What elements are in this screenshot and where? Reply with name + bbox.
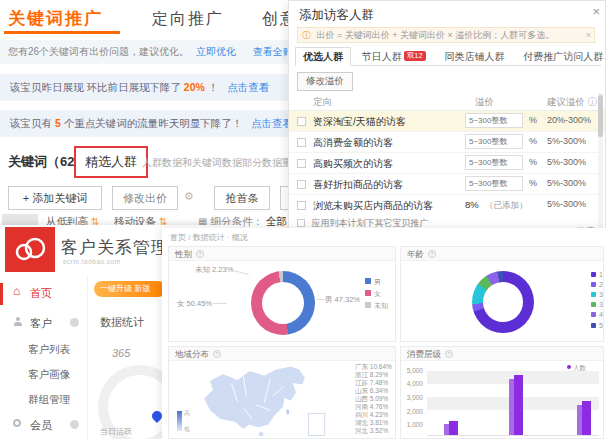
breadcrumb: 首页 / 数据统计 · 概况	[170, 232, 248, 243]
modify-premium-button[interactable]: 修改溢价	[297, 72, 353, 91]
region-pct: 7.48%	[370, 379, 388, 386]
legend-item-female[interactable]: 女	[365, 289, 381, 299]
region-pct: 4.23%	[370, 411, 388, 418]
legend-swatch	[591, 292, 596, 297]
sidebar-item-members[interactable]: 会员	[30, 418, 52, 433]
sidebar-item-customer-list[interactable]: 客户列表	[28, 343, 70, 357]
tab-keyword-promotion[interactable]: 关键词推广	[8, 7, 103, 30]
notice-text-post: ！	[208, 81, 219, 93]
crm-stats-label[interactable]: 数据统计	[100, 315, 144, 330]
sidebar-item-customer-profile[interactable]: 客户画像	[28, 368, 70, 382]
donut-hole	[483, 282, 523, 322]
row-checkbox[interactable]	[297, 138, 306, 147]
table-row: 喜好折扣商品的访客 % 5%-300%	[289, 174, 605, 195]
y-axis-tick: 3,000	[401, 394, 423, 401]
region-list-item: 河北 3.52%	[355, 427, 388, 436]
hainan-island	[258, 431, 263, 436]
region-name: 江苏	[355, 379, 368, 386]
click-view-link[interactable]: 点击查看	[227, 81, 269, 93]
legend-item-age[interactable]: 40-49	[591, 311, 604, 318]
tab-targeted-promotion[interactable]: 定向推广	[152, 9, 224, 30]
sidebar-item-customers[interactable]: 客户	[30, 316, 52, 331]
legend-swatch	[567, 365, 571, 369]
tab-paid-traffic-audience[interactable]: 付费推广访问人群	[515, 47, 606, 66]
premium-formula-infobar: ⓘ 出价 = 关键词出价 + 关键词出价 × 溢价比例；人群可多选。 ×	[297, 27, 595, 43]
premium-input[interactable]	[465, 134, 523, 149]
dialog-scrollbar[interactable]	[598, 93, 603, 233]
legend-item-age[interactable]: 25-29	[591, 281, 604, 288]
legend-label: 未知	[374, 302, 388, 309]
tab-preferred-audience[interactable]: 优选人群	[295, 47, 351, 66]
y-axis-tick: 1,000	[401, 421, 423, 428]
info-icon-suggested[interactable]: ⓘ	[588, 96, 598, 107]
scrollbar-thumb[interactable]	[598, 95, 603, 137]
members-collapse-toggle[interactable]	[70, 420, 79, 429]
grab-top-button[interactable]: 抢首条	[214, 186, 270, 210]
premium-input[interactable]	[465, 113, 523, 128]
keyword-traffic-drop-notice: 该宝贝有 5 个重点关键词的流量昨天明显下降了！ 点击查看	[0, 110, 336, 137]
region-name: 山西	[355, 395, 368, 402]
add-keyword-button[interactable]: + 添加关键词	[8, 186, 102, 210]
legend-swatch	[365, 278, 371, 284]
legend-item-age[interactable]: 18-24	[591, 271, 604, 278]
premium-input[interactable]	[465, 176, 523, 191]
legend-label: 50以上	[599, 322, 604, 329]
table-row: 高购买频次的访客 % 5%-300%	[289, 153, 605, 174]
one-click-upgrade-banner[interactable]: 一键升级 新版	[94, 281, 166, 297]
apply-label: 应用到本计划下其它宝贝推广	[312, 218, 429, 228]
row-checkbox[interactable]	[297, 117, 306, 126]
suggested-range: 20%-300%	[547, 115, 591, 125]
help-icon[interactable]: ?	[445, 350, 453, 358]
active-menu-indicator	[0, 283, 3, 305]
column-premium: 溢价	[475, 96, 494, 109]
legend-swatch	[365, 290, 371, 296]
apply-checkbox[interactable]	[297, 219, 305, 227]
region-name: 浙江	[355, 371, 368, 378]
legend-item-male[interactable]: 男	[365, 277, 381, 287]
click-view-link-2[interactable]: 点击查看	[251, 117, 293, 129]
male-slice-label: 男 47.32%	[325, 295, 360, 305]
tab-festival-audience[interactable]: 节日人群双12	[354, 47, 434, 66]
suggested-range: 5%-300%	[547, 157, 586, 167]
audience-rows-viewport: 资深淘宝/天猫的访客 % 20%-300% 高消费金额的访客 % 5%-300%…	[289, 111, 605, 215]
infobar-close-icon[interactable]: ×	[586, 28, 591, 42]
tab-similar-shop-audience[interactable]: 同类店铺人群	[436, 47, 512, 66]
subtab-selected-audience-redbox[interactable]: 精选人群	[74, 146, 148, 178]
female-slice-label: 女 50.45%	[177, 299, 212, 309]
legend-swatch	[591, 323, 596, 328]
scale-low-label: 低	[184, 425, 190, 434]
legend-item-age[interactable]: 50以上	[591, 321, 604, 331]
region-name: 湖北	[355, 419, 368, 426]
row-checkbox[interactable]	[297, 180, 306, 189]
audience-name: 高购买频次的访客	[313, 157, 393, 171]
age-panel-title: 年龄?	[401, 247, 603, 261]
legend-swatch	[591, 282, 596, 287]
drop-percent: 20%	[184, 81, 205, 93]
help-icon[interactable]: ?	[428, 250, 436, 258]
row-checkbox[interactable]	[297, 201, 306, 210]
help-icon[interactable]: ?	[213, 350, 221, 358]
legend-label: 40-49	[599, 311, 604, 318]
legend-item-unknown[interactable]: 未知	[365, 301, 388, 311]
row-checkbox[interactable]	[297, 159, 306, 168]
help-icon[interactable]: ?	[196, 250, 204, 258]
legend-item-age[interactable]: 30-34	[591, 291, 604, 298]
crm-app-title: 客户关系管理	[61, 236, 169, 259]
legend-item-age[interactable]: 35-39	[591, 301, 604, 308]
dialog-close-icon[interactable]: ×	[592, 4, 600, 19]
days-value: 365	[112, 347, 130, 359]
sidebar-item-group-management[interactable]: 群组管理	[28, 393, 70, 407]
optimize-now-link[interactable]: 立即优化	[196, 46, 236, 57]
sidebar-item-home[interactable]: 首页	[30, 286, 52, 301]
premium-input[interactable]	[465, 155, 523, 170]
region-panel-title: 地域分布?	[169, 347, 395, 361]
china-map[interactable]	[197, 363, 349, 437]
gear-icon[interactable]: ⚙	[184, 190, 194, 203]
home-icon: ⌂	[13, 284, 20, 298]
analytics-dashboard-window: 首页 / 数据统计 · 概况 性别? 未知 2.23% 女 50.45% 男 4…	[162, 228, 606, 439]
filter-value[interactable]: 全部	[266, 215, 287, 227]
modify-bid-button[interactable]: 修改出价	[112, 186, 178, 210]
region-pct: 8.29%	[370, 371, 388, 378]
customers-collapse-toggle[interactable]	[70, 318, 79, 327]
audience-category-tabs: 优选人群 节日人群双12 同类店铺人群 付费推广访问人群 天气人群 人口属性人群	[295, 47, 601, 66]
